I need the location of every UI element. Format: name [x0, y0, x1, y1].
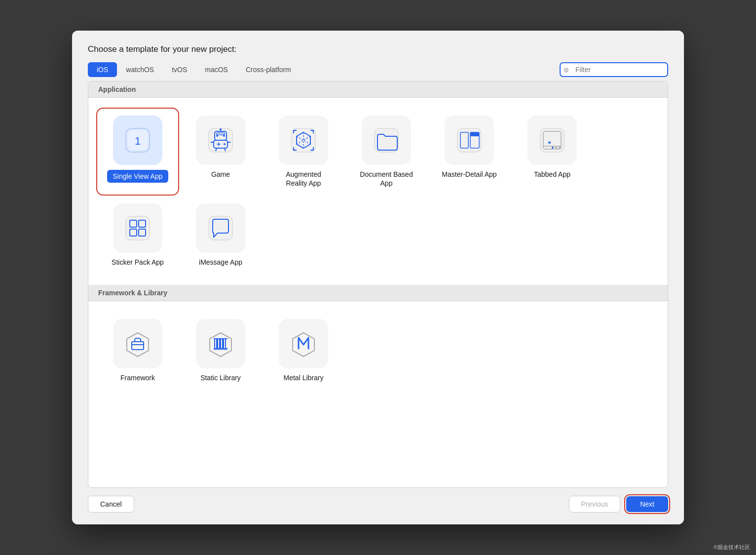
template-sticker[interactable]: Sticker Pack App	[98, 198, 177, 273]
previous-button[interactable]: Previous	[569, 496, 620, 513]
ar-icon	[290, 126, 317, 154]
dialog-header: Choose a template for your new project:	[72, 31, 684, 62]
cancel-button[interactable]: Cancel	[88, 496, 134, 513]
template-metal-library[interactable]: Metal Library	[264, 313, 343, 388]
tabs: iOS watchOS tvOS macOS Cross-platform	[88, 62, 300, 77]
document-label: Document BasedApp	[360, 170, 413, 188]
game-icon	[207, 126, 234, 154]
tab-tvos[interactable]: tvOS	[163, 62, 196, 77]
sticker-icon	[124, 214, 151, 242]
template-ar-app[interactable]: AugmentedReality App	[264, 110, 343, 194]
document-icon	[373, 126, 400, 154]
template-imessage[interactable]: iMessage App	[181, 198, 260, 273]
tabbed-icon-wrap: ★	[528, 116, 577, 165]
template-static-library[interactable]: Static Library	[181, 313, 260, 388]
static-lib-label: Static Library	[200, 373, 241, 382]
tabbed-label: Tabbed App	[534, 170, 570, 179]
static-lib-icon	[207, 330, 234, 357]
next-button[interactable]: Next	[626, 496, 668, 512]
svg-text:★: ★	[547, 140, 552, 145]
template-framework[interactable]: Framework	[98, 313, 177, 388]
tab-cross-platform[interactable]: Cross-platform	[237, 62, 300, 77]
svg-text:1: 1	[135, 135, 141, 147]
section-framework-header: Framework & Library	[88, 285, 668, 301]
template-tabbed[interactable]: ★ Tabbed App	[513, 110, 592, 194]
imessage-label: iMessage App	[199, 258, 242, 267]
game-icon-wrap	[196, 116, 245, 165]
tab-macos[interactable]: macOS	[196, 62, 237, 77]
imessage-icon-wrap	[196, 203, 245, 253]
metal-lib-icon-wrap	[279, 319, 328, 368]
ar-app-label: AugmentedReality App	[286, 170, 321, 188]
content-area: Application 1 Single View App	[88, 81, 668, 488]
master-detail-label: Master-Detail App	[442, 170, 496, 179]
svg-point-32	[552, 147, 554, 149]
footer-right: Previous Next	[569, 496, 668, 513]
template-single-view-app[interactable]: 1 Single View App	[98, 110, 177, 194]
metal-lib-label: Metal Library	[284, 373, 324, 382]
tabbed-icon: ★	[538, 126, 566, 154]
filter-icon: ⊜	[564, 66, 569, 74]
template-dialog: Choose a template for your new project: …	[72, 31, 684, 524]
svg-rect-42	[132, 342, 144, 350]
svg-point-9	[220, 128, 222, 130]
sticker-icon-wrap	[113, 203, 162, 253]
svg-rect-35	[126, 216, 150, 240]
tab-watchos[interactable]: watchOS	[117, 62, 163, 77]
template-document-based[interactable]: Document BasedApp	[347, 110, 426, 194]
document-icon-wrap	[362, 116, 411, 165]
filter-input[interactable]	[560, 62, 668, 77]
framework-grid: Framework	[88, 301, 668, 400]
framework-icon-wrap	[113, 319, 162, 368]
template-master-detail[interactable]: Master-Detail App	[430, 110, 509, 194]
svg-rect-45	[215, 339, 217, 349]
single-view-label: Single View App	[107, 170, 169, 183]
template-game[interactable]: Game	[181, 110, 260, 194]
svg-point-33	[555, 147, 557, 149]
master-detail-icon-wrap	[445, 116, 494, 165]
filter-wrap: ⊜	[560, 62, 668, 77]
ar-icon-wrap	[279, 116, 328, 165]
master-detail-icon	[455, 126, 483, 154]
svg-rect-47	[221, 339, 223, 349]
application-grid: 1 Single View App	[88, 98, 668, 285]
tab-bar: iOS watchOS tvOS macOS Cross-platform ⊜	[72, 62, 684, 77]
static-lib-icon-wrap	[196, 319, 245, 368]
single-view-icon: 1	[124, 126, 151, 154]
dialog-footer: Cancel Previous Next	[72, 488, 684, 524]
svg-point-13	[224, 143, 226, 145]
svg-rect-23	[375, 128, 398, 152]
watermark: ©掘金技术社区	[714, 544, 750, 551]
sticker-label: Sticker Pack App	[112, 258, 164, 267]
metal-lib-icon	[290, 330, 317, 357]
svg-rect-24	[457, 128, 481, 152]
framework-label: Framework	[120, 373, 155, 382]
svg-point-34	[559, 147, 561, 149]
svg-rect-27	[470, 132, 479, 136]
svg-rect-48	[224, 339, 226, 349]
dialog-title: Choose a template for your new project:	[88, 44, 236, 54]
tab-ios[interactable]: iOS	[88, 62, 117, 77]
imessage-icon	[207, 214, 234, 242]
svg-rect-46	[218, 339, 220, 349]
section-application-header: Application	[88, 81, 668, 98]
game-label: Game	[211, 170, 230, 179]
framework-icon	[124, 330, 151, 357]
single-view-icon-wrap: 1	[113, 116, 162, 165]
